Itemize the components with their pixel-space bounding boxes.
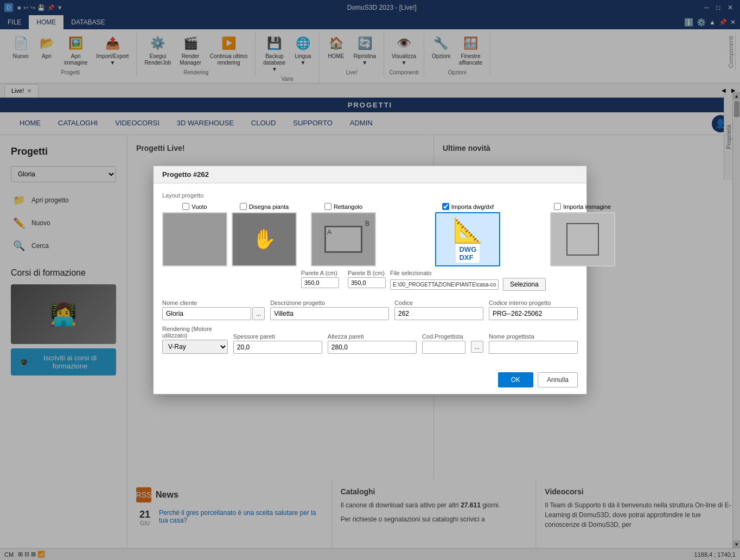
layout-label-disegna: Disegna pianta — [249, 203, 289, 210]
dim-a-label: Parete A (cm) — [301, 270, 339, 276]
rect-b-label: B — [365, 220, 369, 227]
cancel-button[interactable]: Annulla — [538, 372, 578, 387]
form-codice-interno: Codice interno progetto — [489, 300, 578, 320]
dxf-label: DXF — [459, 253, 473, 262]
codice-interno-input[interactable] — [489, 307, 578, 320]
layout-thumb-immagine[interactable] — [550, 212, 615, 266]
form-codice: Codice — [394, 300, 483, 320]
thumb-blank — [163, 213, 226, 265]
codice-label: Codice — [394, 300, 483, 306]
altezza-label: Altezza pareti — [328, 333, 417, 340]
form-cod-progettista: Cod.Progettista — [422, 333, 465, 354]
dialog-footer: OK Annulla — [154, 368, 586, 394]
layout-label-vuoto: Vuoto — [192, 203, 207, 210]
layout-thumb-dwg[interactable]: 📐 DWG DXF — [435, 212, 500, 266]
dim-row: Parete A (cm) Parete B (cm) — [301, 270, 386, 288]
dim-b-label: Parete B (cm) — [348, 270, 386, 276]
layout-option-dwg: Importa dwg/dxf 📐 DWG DXF File seleziona… — [390, 203, 546, 291]
layout-option-rettangolo-header: Rettangolo — [324, 203, 362, 210]
dim-a-group: Parete A (cm) — [301, 270, 339, 288]
dialog-title: Progetto #262 — [154, 166, 586, 183]
layout-option-immagine-header: Importa immagine — [554, 203, 611, 210]
layout-thumb-rettangolo[interactable]: A B — [311, 212, 376, 266]
layout-checkbox-disegna[interactable] — [240, 203, 247, 210]
form-spessore: Spessore pareti — [233, 333, 322, 354]
layout-option-rettangolo: Rettangolo A B Parete A (cm) — [301, 203, 386, 288]
altezza-input[interactable] — [328, 341, 417, 354]
spessore-input[interactable] — [233, 341, 322, 354]
dim-a-input[interactable] — [301, 277, 339, 288]
layout-option-vuoto-header: Vuoto — [182, 203, 207, 210]
rendering-select[interactable]: V-Ray — [162, 340, 228, 354]
codice-input[interactable] — [394, 307, 483, 320]
form-rendering: Rendering (Motore utilizzato) V-Ray — [162, 326, 228, 354]
layout-checkbox-rettangolo[interactable] — [324, 203, 331, 210]
form-desc-progetto: Descrizione progetto — [270, 300, 389, 320]
file-path-input[interactable] — [390, 279, 499, 290]
layout-label-rettangolo: Rettangolo — [334, 203, 362, 210]
progettista-browse: ... — [471, 341, 483, 354]
layout-thumb-disegna[interactable]: ✋ — [232, 212, 297, 266]
nome-cliente-input[interactable] — [162, 307, 251, 320]
layout-options: Vuoto Disegna pianta ✋ — [162, 203, 578, 291]
nome-progettista-label: Nome progettista — [489, 333, 578, 340]
rect-a-label: A — [327, 228, 331, 236]
layout-option-vuoto: Vuoto — [162, 203, 227, 266]
thumb-blueprint — [551, 213, 614, 265]
ok-button[interactable]: OK — [498, 372, 533, 387]
desc-progetto-label: Descrizione progetto — [270, 300, 389, 306]
layout-option-disegna-header: Disegna pianta — [240, 203, 289, 210]
layout-label-dwg: Importa dwg/dxf — [451, 203, 494, 210]
form-row1: Nome cliente ... Descrizione progetto Co… — [162, 300, 578, 320]
file-section: File selezionato Seleziona — [390, 270, 546, 291]
dwg-content: 📐 DWG DXF — [453, 216, 483, 263]
nome-cliente-label: Nome cliente — [162, 300, 265, 306]
layout-option-disegna: Disegna pianta ✋ — [232, 203, 297, 266]
seleziona-button[interactable]: Seleziona — [503, 278, 546, 291]
progettista-browse-btn[interactable]: ... — [471, 341, 483, 353]
thumb-rect: A B — [312, 213, 375, 265]
form-nome-cliente: Nome cliente ... — [162, 300, 265, 320]
dialog-section-label: Layout progetto — [162, 192, 578, 199]
form-altezza: Altezza pareti — [328, 333, 417, 354]
dim-b-group: Parete B (cm) — [348, 270, 386, 288]
layout-checkbox-vuoto[interactable] — [182, 203, 189, 210]
blueprint-inner — [566, 223, 599, 256]
desc-progetto-input[interactable] — [270, 307, 389, 320]
layout-option-dwg-header: Importa dwg/dxf — [442, 203, 494, 210]
dwg-thumb-icon: 📐 — [453, 216, 483, 244]
layout-label-immagine: Importa immagine — [563, 203, 611, 210]
codice-interno-label: Codice interno progetto — [489, 300, 578, 306]
cod-progettista-input[interactable] — [422, 341, 465, 354]
layout-checkbox-immagine[interactable] — [554, 203, 561, 210]
nome-cliente-browse-btn[interactable]: ... — [252, 307, 265, 320]
spessore-label: Spessore pareti — [233, 333, 322, 340]
dwg-label: DWG — [459, 245, 476, 253]
file-label: File selezionato — [390, 270, 546, 276]
dwg-label-box: DWG DXF — [456, 244, 480, 263]
thumb-hand: ✋ — [233, 213, 296, 265]
rendering-label: Rendering (Motore utilizzato) — [162, 326, 228, 339]
form-row2: Rendering (Motore utilizzato) V-Ray Spes… — [162, 326, 578, 354]
dialog-body: Layout progetto Vuoto — [154, 183, 586, 368]
dialog-progetto: Progetto #262 Layout progetto Vuoto — [153, 166, 587, 394]
layout-thumb-vuoto[interactable] — [162, 212, 227, 266]
cod-progettista-label: Cod.Progettista — [422, 333, 465, 340]
layout-option-immagine: Importa immagine — [550, 203, 615, 266]
nome-progettista-input[interactable] — [489, 341, 578, 354]
dialog-overlay: Progetto #262 Layout progetto Vuoto — [0, 0, 740, 560]
rect-inner: A B — [324, 226, 362, 253]
file-row: Seleziona — [390, 278, 546, 291]
layout-checkbox-dwg[interactable] — [442, 203, 449, 210]
nome-cliente-row: ... — [162, 307, 265, 320]
dim-b-input[interactable] — [348, 277, 386, 288]
form-nome-progettista: Nome progettista — [489, 333, 578, 354]
